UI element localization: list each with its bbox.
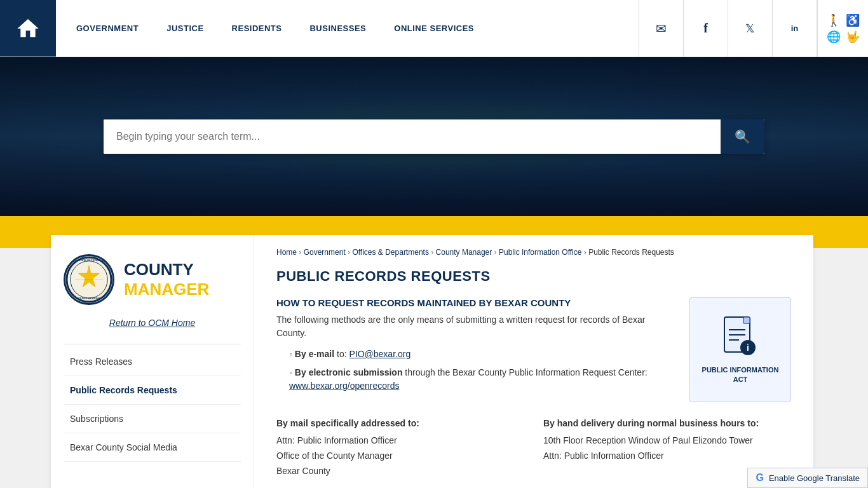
email-icon: ✉ bbox=[656, 21, 667, 36]
breadcrumb-pio[interactable]: Public Information Office bbox=[499, 248, 582, 257]
electronic-method-label: By electronic submission bbox=[295, 367, 403, 377]
section-intro-text: The following methods are the only means… bbox=[276, 313, 677, 340]
social-media-link[interactable]: Bexar County Social Media bbox=[64, 433, 241, 461]
sidebar-item-subscriptions: Subscriptions bbox=[64, 405, 241, 433]
sign-language-icon[interactable]: 🤟 bbox=[846, 30, 860, 44]
breadcrumb-current: Public Records Requests bbox=[588, 248, 674, 257]
twitter-link[interactable]: 𝕏 bbox=[728, 0, 773, 57]
facebook-icon: f bbox=[703, 21, 708, 36]
hand-line3: Attn: Public Information Officer bbox=[543, 449, 791, 464]
svg-rect-7 bbox=[743, 317, 750, 323]
nav-government[interactable]: GOVERNMENT bbox=[62, 24, 153, 33]
nav-online-services[interactable]: ONLINE SERVICES bbox=[380, 24, 488, 33]
twitter-icon: 𝕏 bbox=[745, 22, 755, 36]
svg-text:COUNTY OF BEXAR: COUNTY OF BEXAR bbox=[77, 297, 101, 300]
nav-businesses[interactable]: BUSINESSES bbox=[295, 24, 380, 33]
hero-section: 🔍 bbox=[0, 57, 868, 216]
mail-line3: Bexar County bbox=[276, 464, 524, 479]
pio-email-link[interactable]: PIO@bexar.org bbox=[349, 349, 410, 359]
hand-line1: 10th Floor Reception Window of Paul Eliz… bbox=[543, 433, 791, 449]
translate-label[interactable]: Enable Google Translate bbox=[769, 473, 860, 483]
svg-text:STATE OF TEXAS: STATE OF TEXAS bbox=[79, 259, 100, 262]
mail-address-text: Attn: Public Information Officer Office … bbox=[276, 433, 524, 478]
nav-links: GOVERNMENT JUSTICE RESIDENTS BUSINESSES … bbox=[56, 0, 639, 57]
linkedin-link[interactable]: in bbox=[773, 0, 817, 57]
breadcrumb-home[interactable]: Home bbox=[276, 248, 297, 257]
accessibility-controls: 🚶 ♿ 🌐 🤟 bbox=[817, 0, 868, 57]
facebook-link[interactable]: f bbox=[684, 0, 728, 57]
texas-seal: STATE OF TEXAS COUNTY OF BEXAR bbox=[64, 254, 114, 305]
address-section: By mail specifically addressed to: Attn:… bbox=[276, 418, 791, 478]
mail-line1: Attn: Public Information Officer bbox=[276, 433, 524, 449]
breadcrumb-government[interactable]: Government bbox=[304, 248, 346, 257]
translate-nav-icon[interactable]: 🌐 bbox=[827, 30, 841, 44]
email-method-text: to: bbox=[334, 349, 349, 359]
nav-justice[interactable]: JUSTICE bbox=[153, 24, 217, 33]
home-icon bbox=[15, 16, 41, 41]
sidebar-logo-text: COUNTY MANAGER bbox=[124, 260, 209, 299]
mail-heading: By mail specifically addressed to: bbox=[276, 418, 524, 428]
electronic-method-text: through the Bexar County Public Informat… bbox=[402, 367, 647, 377]
hand-address-text: 10th Floor Reception Window of Paul Eliz… bbox=[543, 433, 791, 464]
search-icon: 🔍 bbox=[735, 130, 750, 144]
breadcrumb: Home › Government › Offices & Department… bbox=[276, 248, 791, 257]
linkedin-icon: in bbox=[791, 24, 799, 33]
search-input[interactable] bbox=[104, 119, 721, 154]
return-ocm-link[interactable]: Return to OCM Home bbox=[109, 318, 195, 328]
google-translate-icon: G bbox=[756, 472, 763, 484]
translate-bar[interactable]: G Enable Google Translate bbox=[747, 468, 868, 488]
email-method-label: By e-mail bbox=[295, 349, 334, 359]
sidebar-divider bbox=[64, 344, 241, 344]
manager-label: MANAGER bbox=[124, 280, 209, 299]
search-bar: 🔍 bbox=[104, 119, 764, 154]
mail-address-col: By mail specifically addressed to: Attn:… bbox=[276, 418, 524, 478]
email-method: By e-mail to: PIO@bexar.org bbox=[289, 348, 677, 361]
person-icon[interactable]: 🚶 bbox=[827, 13, 841, 27]
content-top: HOW TO REQUEST RECORDS MAINTAINED BY BEX… bbox=[276, 297, 791, 402]
social-links: ✉ f 𝕏 in bbox=[639, 0, 817, 57]
breadcrumb-county-manager[interactable]: County Manager bbox=[436, 248, 492, 257]
subscriptions-link[interactable]: Subscriptions bbox=[64, 405, 241, 433]
main-container: STATE OF TEXAS COUNTY OF BEXAR COUNTY MA… bbox=[0, 248, 868, 488]
public-records-link[interactable]: Public Records Requests bbox=[64, 376, 241, 404]
nav-residents[interactable]: RESIDENTS bbox=[218, 24, 296, 33]
press-releases-link[interactable]: Press Releases bbox=[64, 348, 241, 376]
search-button[interactable]: 🔍 bbox=[721, 119, 764, 154]
svg-text:i: i bbox=[747, 342, 749, 353]
email-link[interactable]: ✉ bbox=[639, 0, 684, 57]
methods-list: By e-mail to: PIO@bexar.org By electroni… bbox=[276, 348, 677, 393]
mail-line2: Office of the County Manager bbox=[276, 449, 524, 464]
content-wrapper: STATE OF TEXAS COUNTY OF BEXAR COUNTY MA… bbox=[51, 235, 813, 488]
sidebar: STATE OF TEXAS COUNTY OF BEXAR COUNTY MA… bbox=[51, 235, 254, 488]
section-heading: HOW TO REQUEST RECORDS MAINTAINED BY BEX… bbox=[276, 297, 677, 308]
main-content: Home › Government › Offices & Department… bbox=[254, 235, 813, 488]
pia-document-icon: i bbox=[718, 316, 763, 360]
breadcrumb-offices[interactable]: Offices & Departments bbox=[352, 248, 429, 257]
sidebar-logo: STATE OF TEXAS COUNTY OF BEXAR COUNTY MA… bbox=[64, 254, 241, 305]
electronic-method: By electronic submission through the Bex… bbox=[289, 366, 677, 393]
open-records-link[interactable]: www.bexar.org/openrecords bbox=[289, 381, 400, 391]
sidebar-menu: Press Releases Public Records Requests S… bbox=[64, 348, 241, 462]
sidebar-item-press: Press Releases bbox=[64, 348, 241, 376]
pia-box[interactable]: i PUBLIC INFORMATION ACT bbox=[689, 297, 791, 402]
sidebar-item-records: Public Records Requests bbox=[64, 376, 241, 405]
sidebar-item-social: Bexar County Social Media bbox=[64, 433, 241, 462]
wheelchair-icon[interactable]: ♿ bbox=[846, 13, 860, 27]
page-title: PUBLIC RECORDS REQUESTS bbox=[276, 268, 791, 285]
hand-heading: By hand delivery during normal business … bbox=[543, 418, 791, 428]
pia-label: PUBLIC INFORMATION ACT bbox=[696, 365, 784, 384]
top-navigation: GOVERNMENT JUSTICE RESIDENTS BUSINESSES … bbox=[0, 0, 868, 57]
home-button[interactable] bbox=[0, 0, 56, 57]
content-text-left: HOW TO REQUEST RECORDS MAINTAINED BY BEX… bbox=[276, 297, 677, 402]
county-label: COUNTY bbox=[124, 260, 209, 280]
sidebar-return: Return to OCM Home bbox=[64, 318, 241, 328]
